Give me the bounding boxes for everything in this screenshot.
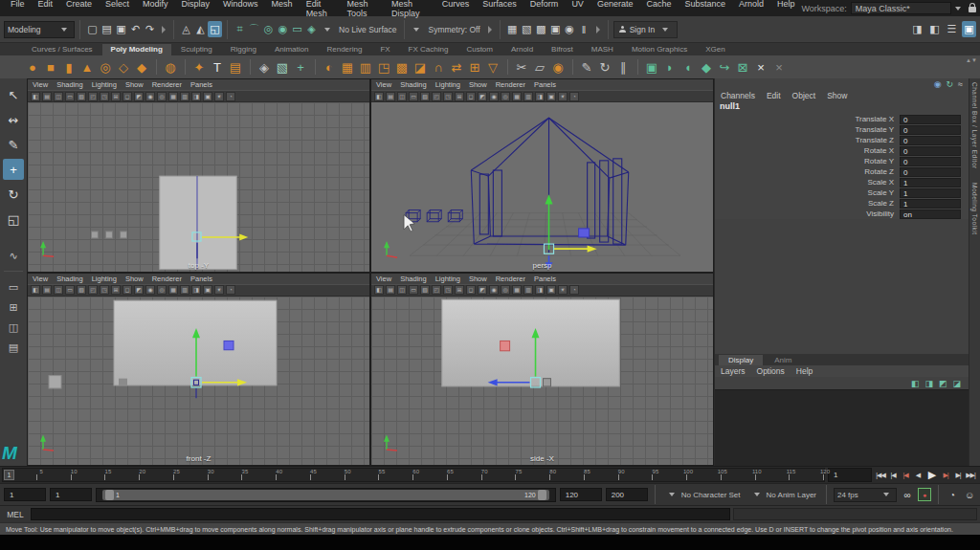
gate-mask-icon[interactable]: ◉ [145,92,155,101]
viewport-canvas-top[interactable]: top -Y [28,101,369,272]
viewport-canvas-front[interactable]: front -Z [28,296,369,466]
layer-visibility-icon[interactable]: ◧ [911,379,920,388]
attribute-value-field[interactable]: 0 [900,125,961,135]
panel-menu-item[interactable]: Renderer [152,275,182,283]
attribute-label[interactable]: Translate Y [856,125,894,134]
bookmark-icon[interactable]: ▭ [409,92,418,101]
panel-menu-item[interactable]: View [33,275,48,283]
timeline-tick[interactable]: 65 [413,469,448,481]
oversampling-icon[interactable]: ◳ [443,92,453,101]
combine-icon[interactable]: ▦ [340,57,355,77]
range-end-handle[interactable] [538,490,546,500]
poly-cylinder-icon[interactable]: ▮ [61,57,77,77]
mirror-icon[interactable]: ⇄ [449,57,464,77]
lock-camera-icon[interactable]: ▤ [42,92,52,101]
symmetry-caret-icon[interactable] [413,28,419,32]
channel-box-menu-item[interactable]: Show [827,91,847,100]
lock-camera-icon[interactable]: ▤ [386,92,395,101]
menubar-item[interactable]: Display [175,0,217,18]
2d-pan-zoom-icon[interactable]: ◰ [88,285,98,295]
shelf-tab[interactable]: MASH [583,44,622,55]
bookmark-icon[interactable]: ▭ [409,285,418,295]
tool-settings-toggle-icon[interactable]: ◧ [927,21,942,37]
spin-edge-icon[interactable]: ↻ [597,57,612,77]
step-forward-key-button[interactable]: ▶| [940,469,951,482]
type-tool-icon[interactable]: T [210,57,225,77]
channel-box-menu-item[interactable]: Edit [767,91,781,100]
crease-tool-icon[interactable]: ✎ [579,57,594,77]
timeline-tick[interactable]: 100 [653,469,687,481]
multi-cut-shelf-icon[interactable]: ✂ [514,57,529,77]
select-object-icon[interactable]: ◭ [193,21,208,37]
play-backwards-button[interactable]: ◀ [912,469,924,482]
safe-action-icon[interactable]: ▦ [512,285,522,295]
panel-menu-item[interactable]: View [33,80,48,89]
extrude-component-icon[interactable]: ↪ [717,57,732,77]
select-camera-icon[interactable]: ◧ [31,92,40,101]
2d-pan-zoom-icon[interactable]: ◰ [88,92,98,101]
character-controls-icon[interactable]: ☺ [963,488,976,501]
pause-viewport-icon[interactable]: ‖ [577,21,591,37]
attribute-value-field[interactable]: 0 [900,136,961,145]
locator-icon[interactable]: + [293,57,308,77]
mel-label[interactable]: MEL [3,510,28,519]
shelf-tab[interactable]: Poly Modeling [102,44,171,55]
shelf-tab[interactable]: Bifrost [543,44,582,55]
oversampling-icon[interactable]: ◳ [443,285,453,295]
wireframe-mode-icon[interactable]: ◨ [535,285,545,295]
layer-editor-menu-item[interactable]: Help [796,366,813,376]
menubar-item[interactable]: Mesh Tools [340,0,385,18]
workspace-caret-icon[interactable] [955,7,961,11]
menubar-item[interactable]: Curves [435,0,477,18]
attribute-value-field[interactable]: 1 [900,199,961,209]
timeline-tick[interactable]: 35 [209,469,243,481]
layer-list-empty[interactable] [715,389,969,466]
timeline-track[interactable]: 5101520253035404550556065707580859095100… [2,468,825,482]
layer-editor-menu-item[interactable]: Options [757,366,785,376]
character-set-dropdown[interactable]: No Character Set [662,488,744,502]
attribute-label[interactable]: Rotate X [864,146,894,155]
go-to-start-button[interactable]: |◀◀ [875,469,886,482]
lighting-toggle-icon[interactable]: ☀ [558,92,568,101]
animation-end-field[interactable]: 200 [606,488,648,501]
range-slider-track[interactable]: 1 120 [96,488,556,502]
oversampling-icon[interactable]: ◳ [100,285,109,295]
render-current-frame-icon[interactable]: ▦ [505,21,520,37]
sign-in-dropdown[interactable]: Sign In [613,21,678,38]
image-plane-toggle-icon[interactable]: ▧ [77,285,86,295]
object-mode-icon[interactable]: ▣ [644,57,659,77]
shaded-mode-icon[interactable]: ▣ [203,285,212,295]
select-hierarchy-icon[interactable]: ◬ [179,21,193,37]
poly-torus-icon[interactable]: ◎ [98,57,113,77]
field-chart-icon[interactable]: ◎ [501,92,510,101]
menubar-item[interactable]: UV [565,0,590,18]
delete-edge-icon[interactable]: × [771,57,787,77]
lock-camera-icon[interactable]: ▤ [42,285,52,295]
attribute-value-field[interactable]: 1 [900,178,961,187]
panel-menu-item[interactable]: Renderer [152,80,182,89]
safe-title-icon[interactable]: ▥ [523,92,533,101]
step-forward-frame-button[interactable]: ▶| [952,469,964,482]
wireframe-mode-icon[interactable]: ◨ [191,92,201,101]
play-forwards-button[interactable]: ▶ [924,469,939,482]
2d-pan-zoom-icon[interactable]: ◰ [432,285,441,295]
move-tool[interactable]: + [3,159,24,180]
lock-camera-icon[interactable]: ▤ [386,285,395,295]
svg-tool-icon[interactable]: ▤ [228,57,243,77]
shelf-tab[interactable]: FX [371,44,398,55]
panel-menu-item[interactable]: Panels [190,275,212,283]
viewport-canvas-persp[interactable]: persp [371,101,713,272]
film-gate-icon[interactable]: ◻ [122,92,132,101]
poly-cube-icon[interactable]: ■ [43,57,58,77]
panel-menu-item[interactable]: Shading [56,80,83,89]
go-to-end-button[interactable]: ▶▶| [965,469,976,482]
playback-end-field[interactable]: 120 [560,488,602,501]
expander-icon[interactable] [488,26,492,33]
attribute-label[interactable]: Scale Y [868,188,894,197]
reduce-icon[interactable]: ▽ [485,57,501,77]
sidebar-vertical-tab[interactable]: Modeling Toolkit [971,183,978,235]
launch-render-view-icon[interactable]: ◉ [563,21,577,37]
bookmark-icon[interactable]: ▭ [65,285,75,295]
panel-menu-item[interactable]: Lighting [435,80,460,89]
timeline-tick[interactable]: 50 [311,469,345,481]
